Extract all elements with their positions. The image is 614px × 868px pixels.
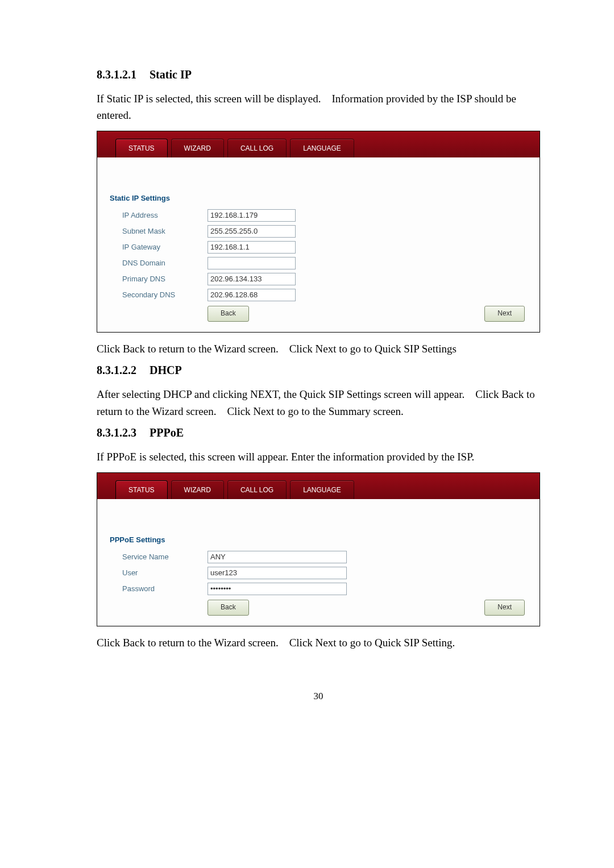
tab-wizard[interactable]: WIZARD bbox=[171, 139, 224, 157]
heading-title: DHCP bbox=[150, 364, 182, 376]
heading-pppoe: 8.3.1.2.3 PPPoE bbox=[97, 426, 540, 439]
para-static-ip-after: Click Back to return to the Wizard scree… bbox=[97, 340, 540, 357]
label-ip-gateway: IP Gateway bbox=[107, 243, 208, 251]
heading-dhcp: 8.3.1.2.2 DHCP bbox=[97, 364, 540, 377]
panel-static-ip: Static IP Settings IP Address Subnet Mas… bbox=[97, 157, 540, 332]
input-secondary-dns[interactable] bbox=[208, 289, 296, 301]
heading-title: Static IP bbox=[150, 68, 192, 81]
para-pppoe-intro: If PPPoE is selected, this screen will a… bbox=[97, 448, 540, 465]
input-password[interactable] bbox=[208, 583, 347, 595]
input-primary-dns[interactable] bbox=[208, 273, 296, 285]
tab-call-log[interactable]: CALL LOG bbox=[227, 480, 287, 499]
tab-wizard[interactable]: WIZARD bbox=[171, 480, 224, 499]
label-secondary-dns: Secondary DNS bbox=[107, 290, 208, 299]
heading-number: 8.3.1.2.1 bbox=[97, 68, 136, 81]
tab-status[interactable]: STATUS bbox=[115, 480, 168, 499]
figure-static-ip: STATUS WIZARD CALL LOG LANGUAGE Static I… bbox=[97, 131, 540, 333]
panel-pppoe: PPPoE Settings Service Name User Passwor… bbox=[97, 499, 540, 626]
panel-heading-static-ip: Static IP Settings bbox=[107, 192, 529, 209]
tab-language[interactable]: LANGUAGE bbox=[290, 480, 354, 499]
para-static-ip-intro: If Static IP is selected, this screen wi… bbox=[97, 90, 540, 124]
next-button[interactable]: Next bbox=[484, 306, 525, 322]
heading-static-ip: 8.3.1.2.1 Static IP bbox=[97, 68, 540, 81]
heading-number: 8.3.1.2.2 bbox=[97, 364, 136, 376]
figure-pppoe: STATUS WIZARD CALL LOG LANGUAGE PPPoE Se… bbox=[97, 472, 540, 626]
label-subnet-mask: Subnet Mask bbox=[107, 227, 208, 235]
heading-number: 8.3.1.2.3 bbox=[97, 426, 136, 439]
navbar: STATUS WIZARD CALL LOG LANGUAGE bbox=[97, 473, 540, 499]
heading-title: PPPoE bbox=[150, 426, 184, 439]
label-primary-dns: Primary DNS bbox=[107, 275, 208, 283]
navbar: STATUS WIZARD CALL LOG LANGUAGE bbox=[97, 131, 540, 157]
input-subnet-mask[interactable] bbox=[208, 225, 296, 238]
input-ip-gateway[interactable] bbox=[208, 241, 296, 254]
tab-status[interactable]: STATUS bbox=[115, 139, 168, 157]
tab-call-log[interactable]: CALL LOG bbox=[227, 139, 287, 157]
back-button[interactable]: Back bbox=[208, 600, 249, 616]
label-ip-address: IP Address bbox=[107, 211, 208, 219]
back-button[interactable]: Back bbox=[208, 306, 249, 322]
input-service-name[interactable] bbox=[208, 551, 347, 563]
next-button[interactable]: Next bbox=[484, 600, 525, 616]
input-user[interactable] bbox=[208, 567, 347, 579]
label-password: Password bbox=[107, 584, 208, 593]
label-dns-domain: DNS Domain bbox=[107, 259, 208, 267]
label-service-name: Service Name bbox=[107, 553, 208, 561]
para-pppoe-after: Click Back to return to the Wizard scree… bbox=[97, 634, 540, 651]
para-dhcp: After selecting DHCP and clicking NEXT, … bbox=[97, 386, 540, 420]
input-dns-domain[interactable] bbox=[208, 257, 296, 269]
label-user: User bbox=[107, 568, 208, 577]
tab-language[interactable]: LANGUAGE bbox=[290, 139, 354, 157]
page-number: 30 bbox=[97, 691, 540, 702]
panel-heading-pppoe: PPPoE Settings bbox=[107, 533, 529, 551]
input-ip-address[interactable] bbox=[208, 209, 296, 222]
